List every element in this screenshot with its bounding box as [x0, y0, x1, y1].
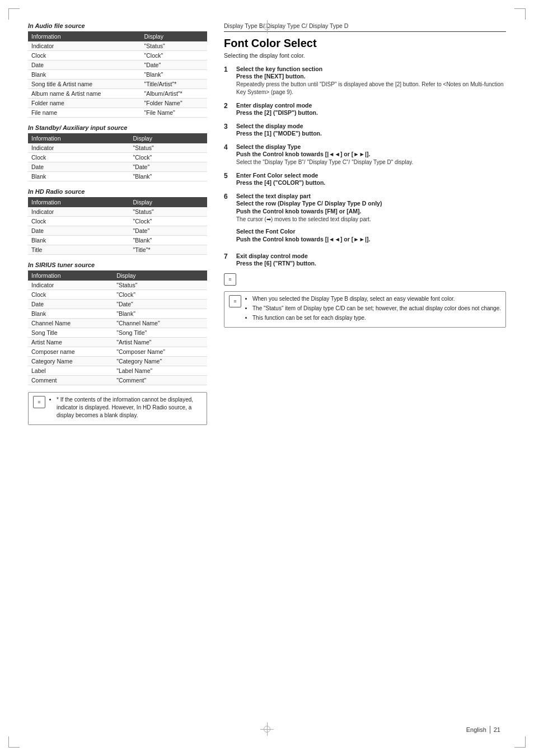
standby-col-info: Information	[28, 133, 130, 143]
step-title: Select the key function section	[236, 66, 506, 72]
right-note-list: When you selected the Display Type B dis…	[245, 295, 501, 324]
table-row: Indicator"Status"	[28, 41, 207, 51]
table-cell: Clock	[28, 217, 130, 226]
table-cell: "Title/Artist"*	[141, 80, 208, 89]
table-row: Song Title"Song Title"	[28, 328, 207, 338]
sirius-table: Information Display Indicator"Status"Clo…	[28, 270, 207, 385]
hd-section-title: In HD Radio source	[28, 188, 207, 195]
hd-radio-section: In HD Radio source Information Display I…	[28, 188, 207, 255]
note-item: The "Status" item of Display type C/D ca…	[252, 305, 501, 312]
table-cell: Category Name	[28, 357, 113, 366]
table-cell: Indicator	[28, 281, 113, 290]
table-row: Category Name"Category Name"	[28, 357, 207, 366]
hd-col-display: Display	[130, 197, 208, 207]
table-row: Clock"Clock"	[28, 51, 207, 60]
step-number: 3	[224, 123, 234, 130]
table-cell: Blank	[28, 172, 130, 181]
step-number: 4	[224, 143, 234, 151]
table-cell: Blank	[28, 70, 141, 80]
step-content: Select the display modePress the [1] ("M…	[236, 123, 506, 138]
table-cell: "Status"	[141, 41, 208, 51]
sirius-col-info: Information	[28, 270, 113, 281]
corner-mark-br	[514, 736, 526, 748]
table-row: Indicator"Status"	[28, 143, 207, 153]
step-1: 1Select the key function sectionPress th…	[224, 66, 506, 96]
table-row: Date"Date"	[28, 60, 207, 70]
table-cell: "Category Name"	[113, 357, 207, 366]
table-cell: Label	[28, 366, 113, 376]
step-sub: Press the [NEXT] button.	[236, 73, 506, 80]
step-sub: Press the [6] ("RTN") button.	[236, 260, 506, 267]
standby-section-title: In Standby/ Auxiliary input source	[28, 124, 207, 131]
table-cell: "Clock"	[130, 153, 208, 162]
table-row: Date"Date"	[28, 162, 207, 172]
corner-mark-tr	[514, 8, 526, 20]
table-row: Blank"Blank"	[28, 70, 207, 80]
table-cell: Song Title	[28, 328, 113, 338]
table-cell: "Blank"	[141, 70, 208, 80]
table-cell: "Song Title"	[113, 328, 207, 338]
table-cell: Date	[28, 60, 141, 70]
step-content: Select the text display partSelect the r…	[236, 193, 506, 247]
table-cell: "Label Name"	[113, 366, 207, 376]
table-row: Clock"Clock"	[28, 153, 207, 162]
table-cell: "Channel Name"	[113, 319, 207, 328]
table-cell: "Date"	[130, 162, 208, 172]
table-cell: "Clock"	[113, 290, 207, 300]
left-note-content: * If the contents of the information can…	[49, 396, 202, 421]
table-row: Comment"Comment"	[28, 376, 207, 385]
hd-col-info: Information	[28, 197, 130, 207]
right-note-icon: ≡	[229, 295, 241, 307]
step-3: 3Select the display modePress the [1] ("…	[224, 123, 506, 138]
standby-col-display: Display	[130, 133, 208, 143]
sub-step-desc: The cursor (➡) moves to the selected tex…	[236, 216, 506, 223]
table-cell: "Status"	[113, 281, 207, 290]
step-title: Enter display control mode	[236, 102, 506, 109]
step-title: Exit display control mode	[236, 253, 506, 259]
sub-step-title: Select the Font Color	[236, 228, 506, 235]
table-cell: "Composer Name"	[113, 347, 207, 357]
table-cell: Comment	[28, 376, 113, 385]
right-header-main: Font Color Select	[224, 36, 506, 50]
table-cell: "File Name"	[141, 108, 208, 118]
table-row: Composer name"Composer Name"	[28, 347, 207, 357]
sub-step: Select the row (Display Type C/ Display …	[236, 200, 506, 223]
table-cell: "Artist Name"	[113, 338, 207, 347]
step-4: 4Select the display TypePush the Control…	[224, 143, 506, 166]
table-cell: Clock	[28, 153, 130, 162]
table-cell: Clock	[28, 290, 113, 300]
table-row: Indicator"Status"	[28, 281, 207, 290]
table-row: Label"Label Name"	[28, 366, 207, 376]
sub-step: Select the Font ColorPush the Control kn…	[236, 228, 506, 242]
step-title: Select the display Type	[236, 143, 506, 150]
step-desc: Select the "Display Type B"/ "Display Ty…	[236, 158, 506, 166]
step-number: 6	[224, 193, 234, 200]
table-cell: Date	[28, 226, 130, 236]
table-row: Date"Date"	[28, 300, 207, 309]
table-cell: Clock	[28, 51, 141, 60]
language-label: English	[466, 726, 486, 733]
step-number: 7	[224, 253, 234, 260]
table-cell: "Date"	[141, 60, 208, 70]
audio-col-info: Information	[28, 31, 141, 41]
table-row: Blank"Blank"	[28, 309, 207, 319]
table-row: Clock"Clock"	[28, 217, 207, 226]
standby-table: Information Display Indicator"Status"Clo…	[28, 133, 207, 181]
step-sub: Press the [4] ("COLOR") button.	[236, 179, 506, 186]
table-row: File name"File Name"	[28, 108, 207, 118]
steps-container: 1Select the key function sectionPress th…	[224, 66, 506, 286]
standby-section: In Standby/ Auxiliary input source Infor…	[28, 124, 207, 181]
step-desc: Repeatedly press the button until "DISP"…	[236, 81, 506, 96]
table-cell: "Title"*	[130, 245, 208, 255]
table-cell: Title	[28, 245, 130, 255]
step-content: Select the key function sectionPress the…	[236, 66, 506, 96]
note-item: This function can be set for each displa…	[252, 314, 501, 322]
table-row: Album name & Artist name"Album/Artist"*	[28, 89, 207, 99]
table-row: Blank"Blank"	[28, 172, 207, 181]
audio-section-title: In Audio file source	[28, 22, 207, 29]
step-content: Enter display control modePress the [2] …	[236, 102, 506, 117]
step-7: 7Exit display control modePress the [6] …	[224, 253, 506, 268]
step-number: 2	[224, 102, 234, 110]
corner-mark-bl	[8, 736, 20, 748]
table-cell: "Blank"	[113, 309, 207, 319]
